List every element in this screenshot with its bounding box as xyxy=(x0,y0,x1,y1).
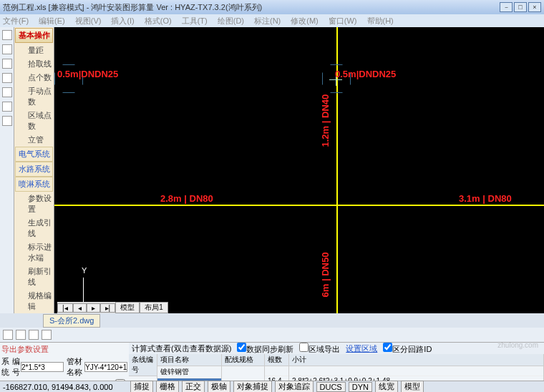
maximize-button[interactable]: □ xyxy=(514,2,527,12)
item-specedit[interactable]: 规格编辑 xyxy=(15,289,53,313)
ucs-icon: X Y xyxy=(83,270,119,306)
status-bar: -166827.010, 91494.843, 0.000 捕捉 栅格 正交 极… xyxy=(0,381,544,392)
menu-draw[interactable]: 绘图(D) xyxy=(218,16,244,26)
item-manualpoint[interactable]: 手动点数 xyxy=(15,84,53,109)
pipe-label2: 管材名称 xyxy=(67,356,84,378)
status-model[interactable]: 模型 xyxy=(401,381,424,392)
th-subtotal: 小计 xyxy=(289,354,543,366)
pipe-label: 3.1m | DN80 xyxy=(459,193,512,204)
menu-dim[interactable]: 标注(N) xyxy=(254,16,281,26)
tool-icon[interactable] xyxy=(2,116,12,126)
pipe-horizontal xyxy=(54,205,544,206)
status-otrack[interactable]: 对象追踪 xyxy=(275,381,314,392)
tool-icon[interactable] xyxy=(2,73,12,83)
tool-icon[interactable] xyxy=(2,59,12,69)
close-button[interactable]: × xyxy=(528,2,541,12)
btn-electric[interactable]: 电气系统 xyxy=(15,147,53,162)
item-areapoint[interactable]: 区域点数 xyxy=(15,109,53,133)
tool-icon[interactable] xyxy=(2,87,12,97)
checkbox-area[interactable]: 区域导出 xyxy=(299,343,340,355)
checkbox-sync[interactable]: 数据同步刷新 xyxy=(237,343,293,355)
item-refresh[interactable]: 刷新引线 xyxy=(15,265,53,289)
tool-icon[interactable] xyxy=(2,102,12,112)
tab-model[interactable]: 模型 xyxy=(115,302,140,313)
tool-icon[interactable] xyxy=(2,30,12,40)
status-dyn[interactable]: DYN xyxy=(349,382,372,392)
tool-icon[interactable] xyxy=(2,44,12,54)
pipe-label: 6m | DN50 xyxy=(320,253,331,298)
menu-view[interactable]: 视图(V) xyxy=(75,16,102,26)
btn-water[interactable]: 水路系统 xyxy=(15,162,53,177)
pipe-label: 0.5m|DNDN25 xyxy=(335,69,396,79)
pipe-label: 0.5m|DNDN25 xyxy=(57,69,118,79)
status-osnap[interactable]: 对象捕捉 xyxy=(233,381,272,392)
th-qty: 根数 xyxy=(265,354,288,366)
pipe-label: 2.8m | DN80 xyxy=(160,193,213,204)
minimize-button[interactable]: － xyxy=(500,2,513,12)
sysno-label: 编号 xyxy=(12,356,21,378)
bottom-toolbar xyxy=(0,328,544,342)
status-grid[interactable]: 栅格 xyxy=(156,381,179,392)
th-name: 项目名称 xyxy=(157,354,221,366)
th-lineno: 条线编号 xyxy=(129,354,157,376)
nav-prev-icon[interactable]: ◂ xyxy=(73,303,87,313)
titlebar: 范例工程.xls [兼容模式] - 鸿叶安装图形算量 Ver : HYAZ-TX… xyxy=(0,0,544,14)
menu-window[interactable]: 窗口(W) xyxy=(329,16,357,26)
drawing-canvas[interactable]: 0.5m|DNDN25 0.5m|DNDN25 2.8m | DN80 3.1m… xyxy=(54,27,544,313)
status-ortho[interactable]: 正交 xyxy=(182,381,205,392)
tool-icon[interactable] xyxy=(16,330,26,340)
nav-first-icon[interactable]: |◂ xyxy=(57,303,73,313)
item-markinlet[interactable]: 标示进水端 xyxy=(15,240,53,265)
params-panel: 导出参数设置 系统 编号 管材名称 桥架电缆 线槽配线 自动匹配根数 计算式查看… xyxy=(0,342,544,381)
status-ducs[interactable]: DUCS xyxy=(316,382,346,392)
coord-display: -166827.010, 91494.843, 0.000 xyxy=(3,383,113,391)
nav-next-icon[interactable]: ▸ xyxy=(87,303,100,313)
checkbox-loopid[interactable]: 区分回路ID xyxy=(383,343,432,355)
pipe-label: 1.2m | DN40 xyxy=(320,94,331,147)
item-genguide[interactable]: 生成引线 xyxy=(15,216,53,240)
status-lwt[interactable]: 线宽 xyxy=(375,381,398,392)
menu-edit[interactable]: 编辑(E) xyxy=(39,16,65,26)
calc-title: 计算式查看(双击查看数据源) xyxy=(132,343,231,354)
item-pickline[interactable]: 拾取线 xyxy=(15,57,53,71)
item-params[interactable]: 参数设置 xyxy=(15,192,53,216)
side-panel: 基本操作 量距 拾取线 点个数 手动点数 区域点数 立管 电气系统 水路系统 喷… xyxy=(14,27,54,313)
left-toolbar xyxy=(0,27,14,313)
nav-last-icon[interactable]: ▸| xyxy=(100,303,116,313)
menu-file[interactable]: 文件(F) xyxy=(3,16,29,26)
th-spec: 配线规格 xyxy=(222,354,264,366)
app-title: 范例工程.xls [兼容模式] - 鸿叶安装图形算量 Ver : HYAZ-TX… xyxy=(3,2,262,13)
menu-help[interactable]: 帮助(H) xyxy=(367,16,394,26)
file-tabs: S-会所2.dwg xyxy=(0,313,544,328)
status-snap[interactable]: 捕捉 xyxy=(130,381,153,392)
pipe-input[interactable] xyxy=(84,362,127,372)
tool-icon[interactable] xyxy=(3,330,13,340)
calc-header: 计算式查看(双击查看数据源) 数据同步刷新 区域导出 设置区域 区分回路ID xyxy=(129,343,544,354)
sysno-input[interactable] xyxy=(21,362,64,372)
menu-tools[interactable]: 工具(T) xyxy=(182,16,208,26)
item-riser[interactable]: 立管 xyxy=(15,133,53,147)
file-tab[interactable]: S-会所2.dwg xyxy=(43,314,100,328)
menubar: 文件(F) 编辑(E) 视图(V) 插入(I) 格式(O) 工具(T) 绘图(D… xyxy=(0,14,544,27)
link-setarea[interactable]: 设置区域 xyxy=(346,343,377,354)
btn-sprinkler[interactable]: 喷淋系统 xyxy=(15,177,53,192)
tool-icon[interactable] xyxy=(42,330,52,340)
export-params-label: 导出参数设置 xyxy=(1,344,49,355)
menu-modify[interactable]: 修改(M) xyxy=(291,16,319,26)
viewport-tabs: |◂ ◂ ▸ ▸| 模型 布局1 xyxy=(57,302,168,313)
menu-format[interactable]: 格式(O) xyxy=(145,16,172,26)
tab-layout1[interactable]: 布局1 xyxy=(140,302,168,313)
menu-insert[interactable]: 插入(I) xyxy=(111,16,134,26)
panel-header-basic[interactable]: 基本操作 xyxy=(15,28,53,43)
item-measure[interactable]: 量距 xyxy=(15,44,53,57)
tool-icon[interactable] xyxy=(29,330,39,340)
sys-label: 系统 xyxy=(1,356,11,378)
status-polar[interactable]: 极轴 xyxy=(208,381,230,392)
item-pointcount[interactable]: 点个数 xyxy=(15,71,53,84)
table-cell[interactable]: 镀锌钢管 xyxy=(157,366,221,378)
